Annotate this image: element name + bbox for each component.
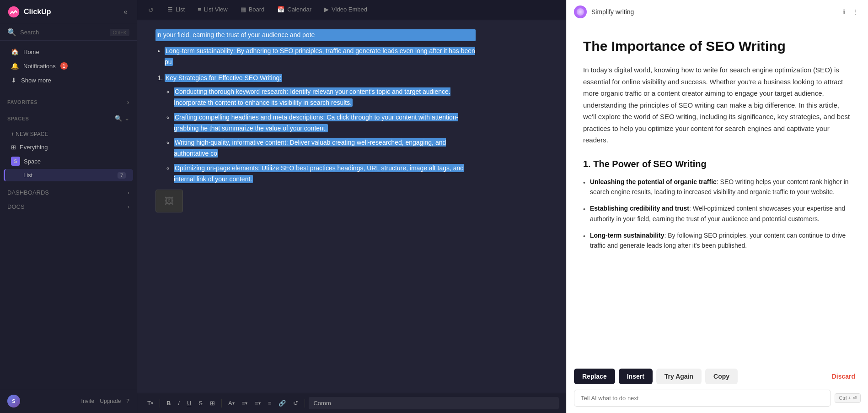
refresh-button[interactable]: ↺	[145, 5, 157, 16]
tab-board[interactable]: ▦ Board	[234, 2, 271, 17]
invite-button[interactable]: Invite	[81, 398, 95, 404]
ai-bullet-text-3: Long-term sustainability: By following S…	[590, 230, 852, 251]
search-shortcut: Ctrl+K	[110, 29, 129, 36]
toolbar-separator-1	[160, 399, 160, 408]
ai-header-icons: ℹ ⋮	[841, 6, 861, 17]
editor-list-item: Key Strategies for Effective SEO Writing…	[165, 74, 282, 82]
sidebar-item-home[interactable]: 🏠 Home	[4, 45, 133, 59]
ai-bullet-bold-2: Establishing credibility and trust	[590, 205, 689, 212]
outdent-button[interactable]: ≡	[265, 398, 274, 408]
bold-button[interactable]: B	[164, 398, 173, 408]
sidebar-item-show-more-label: Show more	[21, 77, 51, 84]
docs-expand-icon: ›	[128, 203, 129, 210]
dropdown-arrow-icon: ▾	[151, 401, 153, 406]
favorites-section-header: FAVORITES ›	[0, 95, 137, 108]
top-bar: ↺ ☰ List ≡ List View ▦ Board 📅 Calendar …	[137, 0, 566, 20]
spaces-section: + NEW SPACE ⊞ Everything S Space List 7	[0, 124, 137, 185]
ai-panel-title: Simplify writing	[591, 8, 634, 16]
comment-input[interactable]: Comm	[309, 397, 559, 409]
video-tab-icon: ▶	[324, 6, 329, 13]
ai-bullet-bold-1: Unleashing the potential of organic traf…	[590, 178, 717, 185]
bullet-dot-3: •	[583, 231, 585, 241]
main-content: ↺ ☰ List ≡ List View ▦ Board 📅 Calendar …	[137, 0, 566, 413]
sidebar-item-everything[interactable]: ⊞ Everything	[4, 141, 133, 153]
collapse-button[interactable]: «	[122, 6, 129, 18]
ai-input[interactable]	[574, 390, 831, 407]
spaces-search-icon[interactable]: 🔍	[115, 115, 123, 122]
sidebar-nav: 🏠 Home 🔔 Notifications 1 ⬇ Show more	[0, 41, 137, 91]
sidebar-item-list[interactable]: List 7	[4, 169, 133, 181]
italic-button[interactable]: I	[175, 398, 182, 408]
editor-top-text: in your field, earning the trust of your…	[155, 29, 476, 41]
undo-button[interactable]: ↺	[290, 398, 301, 408]
space-icon: S	[11, 157, 20, 166]
sidebar-item-notifications[interactable]: 🔔 Notifications 1	[4, 59, 133, 73]
copy-button[interactable]: Copy	[705, 369, 738, 384]
list-button[interactable]: ≡ ▾	[252, 398, 263, 408]
ai-content: The Importance of SEO Writing In today's…	[567, 24, 868, 362]
calendar-tab-icon: 📅	[277, 6, 284, 13]
clickup-logo-icon	[7, 5, 20, 18]
ai-input-row: Ctrl + ⏎	[574, 390, 861, 407]
toolbar-separator-3	[305, 399, 305, 408]
chevron-down-icon: ⬇	[11, 76, 16, 84]
replace-button[interactable]: Replace	[574, 369, 615, 384]
tab-video-embed[interactable]: ▶ Video Embed	[318, 2, 374, 17]
try-again-button[interactable]: Try Again	[656, 369, 702, 384]
ai-input-shortcut: Ctrl + ⏎	[835, 393, 861, 403]
ai-response-intro: In today's digital world, knowing how to…	[583, 64, 852, 146]
bullet-dot-1: •	[583, 178, 585, 188]
toolbar-separator-2	[221, 399, 222, 408]
ai-info-button[interactable]: ℹ	[841, 6, 847, 17]
underline-button[interactable]: U	[184, 398, 194, 408]
docs-section[interactable]: DOCS ›	[0, 200, 137, 214]
search-icon: 🔍	[7, 28, 16, 37]
avatar: S	[7, 395, 20, 408]
tab-list-view[interactable]: ≡ List View	[191, 2, 234, 17]
tab-calendar[interactable]: 📅 Calendar	[271, 2, 318, 17]
grid-icon: ⊞	[11, 144, 16, 151]
board-tab-icon: ▦	[241, 6, 246, 13]
editor-area[interactable]: in your field, earning the trust of your…	[137, 20, 566, 393]
list-count-badge: 7	[118, 172, 126, 179]
ai-footer: Replace Insert Try Again Copy Discard Ct…	[567, 362, 868, 413]
ai-more-button[interactable]: ⋮	[851, 6, 861, 17]
app-name: ClickUp	[24, 8, 51, 16]
footer-actions: Invite Upgrade ?	[81, 398, 129, 404]
editor-sub4: Optimizing on-page elements: Utilize SEO…	[174, 164, 464, 183]
sidebar-item-home-label: Home	[23, 49, 39, 55]
editor-sub1: Conducting thorough keyword research: Id…	[174, 87, 450, 107]
user-area: S	[7, 395, 20, 408]
ai-response-heading: The Importance of SEO Writing	[583, 37, 852, 55]
help-button[interactable]: ?	[126, 398, 129, 404]
discard-button[interactable]: Discard	[826, 369, 861, 384]
color-picker-icon: ▾	[232, 401, 235, 406]
favorites-expand-icon[interactable]: ›	[127, 98, 129, 106]
strikethrough-button[interactable]: S	[196, 398, 205, 408]
sidebar-item-space[interactable]: S Space	[4, 154, 133, 168]
align-button[interactable]: ≡ ▾	[239, 398, 251, 408]
insert-button[interactable]: Insert	[619, 369, 653, 384]
editor-content: in your field, earning the trust of your…	[155, 29, 476, 212]
sidebar-header: ClickUp «	[0, 0, 137, 24]
ai-bullet-3: • Long-term sustainability: By following…	[583, 230, 852, 251]
new-space-button[interactable]: + NEW SPACE	[4, 128, 133, 141]
upgrade-button[interactable]: Upgrade	[100, 398, 121, 404]
text-color-button[interactable]: A ▾	[225, 398, 237, 408]
sidebar-item-show-more[interactable]: ⬇ Show more	[4, 73, 133, 87]
sidebar-footer: S Invite Upgrade ?	[0, 389, 137, 413]
tab-list[interactable]: ☰ List	[161, 2, 191, 17]
bell-icon: 🔔	[11, 62, 19, 70]
sidebar: ClickUp « 🔍 Ctrl+K 🏠 Home 🔔 Notification…	[0, 0, 137, 413]
spaces-expand-icon[interactable]: ⌄	[124, 115, 130, 122]
link-button[interactable]: 🔗	[276, 398, 289, 408]
search-input[interactable]	[20, 29, 106, 36]
search-bar: 🔍 Ctrl+K	[0, 24, 137, 41]
table-button[interactable]: ⊞	[207, 398, 218, 408]
paragraph-style-button[interactable]: T ▾	[145, 398, 156, 408]
ai-bullet-1: • Unleashing the potential of organic tr…	[583, 177, 852, 197]
editor-sub3: Writing high-quality, informative conten…	[174, 138, 446, 158]
ai-bullet-text-1: Unleashing the potential of organic traf…	[590, 177, 852, 197]
dashboards-section[interactable]: DASHBOARDS ›	[0, 185, 137, 200]
svg-point-0	[8, 6, 20, 18]
